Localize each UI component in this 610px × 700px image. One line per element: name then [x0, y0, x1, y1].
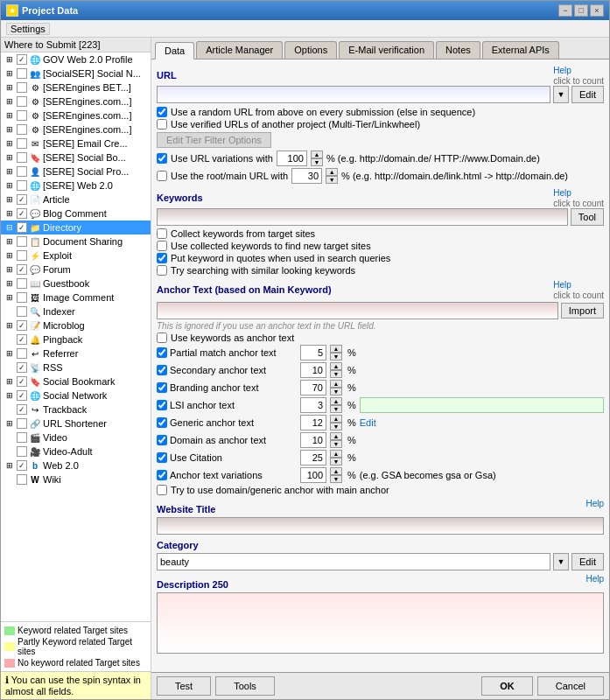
tree-item-blog-comment[interactable]: ⊞ 💬 Blog Comment [1, 206, 151, 220]
checkbox-directory[interactable] [17, 222, 27, 233]
category-edit-button[interactable]: Edit [571, 553, 604, 570]
tree-item-microblog[interactable]: ⊞ 📝 Microblog [1, 318, 151, 332]
lsi-anchor-value[interactable] [300, 397, 326, 413]
checkbox-video[interactable] [17, 432, 27, 443]
url-edit-button[interactable]: Edit [571, 86, 604, 103]
generic-anchor-checkbox[interactable] [157, 417, 167, 428]
checkbox-guestbook[interactable] [17, 278, 27, 289]
tree-item-rss[interactable]: 📡 RSS [1, 360, 151, 374]
tree-item-sere-social-bo[interactable]: ⊞ 🔖 [SERE] Social Bo... [1, 150, 151, 164]
citation-checkbox[interactable] [157, 452, 167, 463]
url-variations-checkbox[interactable] [157, 153, 167, 164]
checkbox-serengines-com3[interactable] [17, 124, 27, 135]
keywords-click-count[interactable]: click to count [553, 199, 604, 208]
lsi-anchor-down[interactable]: ▼ [330, 405, 342, 413]
tree-item-video[interactable]: 🎬 Video [1, 430, 151, 444]
use-keywords-anchor-checkbox[interactable] [157, 332, 167, 343]
tree-item-pingback[interactable]: 🔔 Pingback [1, 332, 151, 346]
tree-item-indexer[interactable]: 🔍 Indexer [1, 304, 151, 318]
tree-item-image-comment[interactable]: ⊞ 🖼 Image Comment [1, 290, 151, 304]
checkbox-gov-web[interactable] [17, 54, 27, 65]
tree-item-serengines-bet[interactable]: ⊞ ⚙ [SEREngines BET...] [1, 80, 151, 94]
secondary-anchor-down[interactable]: ▼ [330, 370, 342, 378]
website-title-input[interactable] [157, 517, 604, 535]
checkbox-wiki[interactable] [17, 474, 27, 485]
root-url-up[interactable]: ▲ [326, 168, 338, 176]
tab-data[interactable]: Data [155, 42, 194, 60]
domain-anchor-value[interactable] [300, 432, 326, 448]
domain-anchor-up[interactable]: ▲ [330, 432, 342, 440]
tree-item-forum[interactable]: ⊞ 💬 Forum [1, 262, 151, 276]
website-title-help[interactable]: Help [585, 499, 604, 517]
citation-value[interactable] [300, 450, 326, 466]
checkbox-social-bookmark[interactable] [17, 376, 27, 387]
tab-article-manager[interactable]: Article Manager [196, 41, 283, 59]
tools-button[interactable]: Tools [215, 676, 275, 696]
tree-item-serengines-com3[interactable]: ⊞ ⚙ [SEREngines.com...] [1, 122, 151, 136]
category-combo-arrow[interactable]: ▼ [553, 553, 569, 570]
tree-item-exploit[interactable]: ⊞ ⚡ Exploit [1, 248, 151, 262]
checkbox-social-network[interactable] [17, 390, 27, 401]
checkbox-url-shortener[interactable] [17, 418, 27, 429]
tree-item-video-adult[interactable]: 🎥 Video-Adult [1, 444, 151, 458]
root-url-down[interactable]: ▼ [326, 176, 338, 184]
citation-up[interactable]: ▲ [330, 450, 342, 458]
tab-options[interactable]: Options [284, 41, 337, 59]
branding-anchor-down[interactable]: ▼ [330, 388, 342, 396]
checkbox-serengines-com1[interactable] [17, 96, 27, 107]
quotes-checkbox[interactable] [157, 253, 167, 263]
anchor-click-count[interactable]: click to count [553, 290, 604, 300]
generic-anchor-down[interactable]: ▼ [330, 423, 342, 430]
anchor-input[interactable] [157, 302, 558, 319]
checkbox-document-sharing[interactable] [17, 236, 27, 247]
checkbox-microblog[interactable] [17, 320, 27, 331]
anchor-variations-checkbox[interactable] [157, 470, 167, 480]
tree-item-article[interactable]: ⊞ 📄 Article [1, 192, 151, 206]
tree-item-directory[interactable]: ⊟ 📁 Directory [1, 220, 151, 234]
tree-item-sere-social-pr[interactable]: ⊞ 👤 [SERE] Social Pro... [1, 164, 151, 178]
url-input[interactable] [157, 86, 550, 103]
checkbox-pingback[interactable] [17, 334, 27, 345]
partial-match-checkbox[interactable] [157, 347, 167, 358]
checkbox-forum[interactable] [17, 264, 27, 275]
checkbox-article[interactable] [17, 194, 27, 205]
url-combo-arrow[interactable]: ▼ [553, 86, 569, 103]
random-url-checkbox[interactable] [157, 107, 167, 117]
secondary-anchor-up[interactable]: ▲ [330, 362, 342, 370]
description-help[interactable]: Help [585, 574, 604, 592]
checkbox-web20[interactable] [17, 460, 27, 471]
checkbox-sere-email[interactable] [17, 138, 27, 149]
checkbox-rss[interactable] [17, 362, 27, 373]
checkbox-social-ser[interactable] [17, 68, 27, 79]
keywords-help[interactable]: Help [553, 188, 571, 198]
anchor-import-button[interactable]: Import [561, 303, 604, 318]
category-input[interactable] [157, 553, 550, 570]
settings-menu[interactable]: Settings [6, 23, 50, 35]
branding-anchor-checkbox[interactable] [157, 382, 167, 393]
domain-anchor-checkbox[interactable] [157, 435, 167, 445]
tree-item-referrer[interactable]: ⊞ ↩ Referrer [1, 346, 151, 360]
partial-match-down[interactable]: ▼ [330, 353, 342, 360]
tree-item-serengines-com1[interactable]: ⊞ ⚙ [SEREngines.com...] [1, 94, 151, 108]
tree-item-sere-web20[interactable]: ⊞ 🌐 [SERE] Web 2.0 [1, 178, 151, 192]
checkbox-sere-social-pr[interactable] [17, 166, 27, 177]
similar-checkbox[interactable] [157, 265, 167, 276]
anchor-variations-value[interactable] [300, 467, 326, 483]
tab-email-verification[interactable]: E-Mail verification [339, 41, 434, 59]
anchor-help[interactable]: Help [553, 280, 571, 290]
description-textarea[interactable] [157, 592, 604, 654]
lsi-anchor-checkbox[interactable] [157, 400, 167, 410]
checkbox-video-adult[interactable] [17, 446, 27, 457]
generic-anchor-up[interactable]: ▲ [330, 415, 342, 423]
lsi-anchor-text-input[interactable] [360, 397, 604, 413]
root-url-checkbox[interactable] [157, 171, 167, 181]
tab-external-apis[interactable]: External APIs [482, 41, 559, 59]
url-variations-down[interactable]: ▼ [311, 158, 323, 166]
checkbox-serengines-com2[interactable] [17, 110, 27, 121]
branding-anchor-value[interactable] [300, 380, 326, 396]
url-variations-up[interactable]: ▲ [311, 150, 323, 158]
checkbox-indexer[interactable] [17, 306, 27, 317]
checkbox-image-comment[interactable] [17, 292, 27, 303]
cancel-button[interactable]: Cancel [537, 676, 604, 696]
tree-item-gov-web[interactable]: ⊞ 🌐 GOV Web 2.0 Profile [1, 52, 151, 66]
